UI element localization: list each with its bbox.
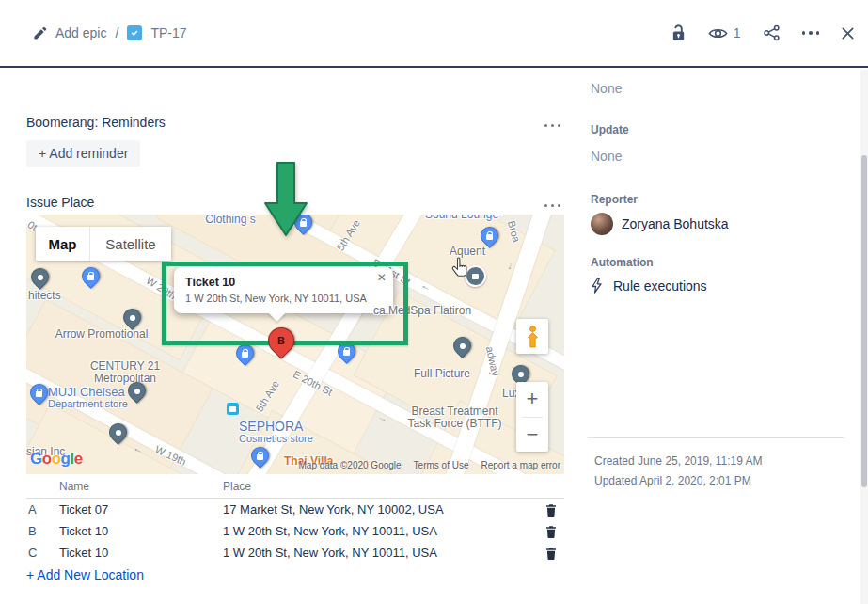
avatar xyxy=(591,213,613,235)
breadcrumb-separator: / xyxy=(115,25,118,40)
locations-table: Name Place A Ticket 07 17 Market St, New… xyxy=(26,475,564,583)
trash-icon xyxy=(544,525,558,538)
row-place: 1 W 20th St, New York, NY 10011, USA xyxy=(223,546,538,560)
pencil-icon xyxy=(33,26,47,40)
pegman-icon xyxy=(526,326,540,348)
pegman-control[interactable] xyxy=(516,319,548,354)
field-label-reporter: Reporter xyxy=(591,193,846,206)
reminders-title: Boomerang: Reminders xyxy=(26,115,166,130)
map-data-text: Map data ©2020 Google xyxy=(298,460,401,470)
row-letter: B xyxy=(26,524,59,538)
poi-label-arrow-promotional: Arrow Promotional xyxy=(45,328,158,341)
poi-label-architects: hitects xyxy=(28,290,61,302)
delete-location-button[interactable] xyxy=(538,547,564,560)
more-horizontal-icon xyxy=(802,31,820,35)
report-map-error-link[interactable]: Report a map error xyxy=(481,460,560,470)
annotation-arrow xyxy=(263,162,308,243)
unlock-icon xyxy=(671,24,687,43)
row-place: 17 Market St, New York, NY 10002, USA xyxy=(223,502,538,517)
row-place: 1 W 20th St, New York, NY 10011, USA xyxy=(223,524,538,538)
lightning-bolt-icon xyxy=(591,278,603,294)
field-label-update: Update xyxy=(591,123,846,136)
table-row: C Ticket 10 1 W 20th St, New York, NY 10… xyxy=(26,542,564,564)
scrollbar-track xyxy=(860,70,868,604)
poi-label-sound-lounge: Sound Lounge xyxy=(425,215,498,221)
topbar-actions: 1 xyxy=(671,24,855,43)
scrollbar-thumb[interactable] xyxy=(861,155,867,487)
close-button[interactable] xyxy=(841,26,855,40)
breadcrumb-add-epic[interactable]: Add epic xyxy=(55,25,106,40)
map-type-control: Map Satellite xyxy=(36,227,171,261)
watchers-button[interactable]: 1 xyxy=(708,25,741,40)
main-column: Boomerang: Reminders + Add reminder Issu… xyxy=(26,70,564,583)
lock-button[interactable] xyxy=(671,24,687,43)
more-horizontal-icon xyxy=(544,204,560,207)
topbar: Add epic / TP-17 1 xyxy=(0,0,868,68)
trash-icon xyxy=(544,547,558,560)
reminders-more-button[interactable] xyxy=(541,114,564,132)
row-name: Ticket 10 xyxy=(59,546,223,560)
reporter-field[interactable]: Zoryana Bohutska xyxy=(591,213,846,235)
zoom-in-button[interactable]: + xyxy=(516,382,548,417)
google-map[interactable]: 5th Ave 5th Ave E 21st St E 20th St W 20… xyxy=(26,215,564,474)
add-reminder-button[interactable]: + Add reminder xyxy=(26,140,140,167)
map-type-satellite-button[interactable]: Satellite xyxy=(90,227,171,261)
issue-place-title: Issue Place xyxy=(26,195,94,210)
reminders-section-header: Boomerang: Reminders xyxy=(26,115,564,130)
breadcrumb: Add epic / TP-17 xyxy=(33,25,187,40)
poi-label-century21: CENTURY 21 Metropolitan xyxy=(69,360,181,385)
updated-date: Updated April 2, 2020, 2:01 PM xyxy=(594,474,844,487)
zoom-out-button[interactable]: − xyxy=(516,418,548,453)
details-sidebar: None Update None Reporter Zoryana Bohuts… xyxy=(591,70,846,604)
row-letter: C xyxy=(26,546,59,560)
close-icon xyxy=(841,26,855,40)
google-logo[interactable]: Google xyxy=(30,450,83,469)
map-transit-icon[interactable] xyxy=(227,403,239,415)
row-name: Ticket 07 xyxy=(59,502,223,517)
task-type-icon xyxy=(127,25,142,40)
more-horizontal-icon xyxy=(544,124,560,127)
table-row: B Ticket 10 1 W 20th St, New York, NY 10… xyxy=(26,520,564,542)
header-name: Name xyxy=(59,480,223,493)
more-actions-button[interactable] xyxy=(802,31,820,35)
poi-label-full-picture: Full Picture xyxy=(404,368,480,380)
rule-executions-link[interactable]: Rule executions xyxy=(591,278,846,294)
trash-icon xyxy=(544,503,558,517)
created-date: Created June 25, 2019, 11:19 AM xyxy=(594,454,844,468)
field-value-update: None xyxy=(591,149,846,164)
issue-detail-screen: Add epic / TP-17 1 xyxy=(0,0,868,604)
watchers-count: 1 xyxy=(734,25,741,40)
share-button[interactable] xyxy=(763,24,781,41)
poi-label-muji: MUJI Chelsea Department store xyxy=(48,386,128,410)
row-name: Ticket 10 xyxy=(59,524,223,538)
reporter-name: Zoryana Bohutska xyxy=(622,216,729,231)
zoom-control: + − xyxy=(516,382,548,452)
map-type-map-button[interactable]: Map xyxy=(36,227,90,261)
header-place: Place xyxy=(223,480,538,493)
row-letter: A xyxy=(26,502,59,517)
poi-label-bttf: Breast Treatment Task Force (BTTF) xyxy=(401,405,509,430)
table-row: A Ticket 07 17 Market St, New York, NY 1… xyxy=(26,499,564,520)
map-attribution: Map data ©2020 Google Terms of Use Repor… xyxy=(298,460,560,470)
issue-place-more-button[interactable] xyxy=(541,194,564,212)
mouse-cursor xyxy=(450,256,470,286)
terms-of-use-link[interactable]: Terms of Use xyxy=(414,460,469,470)
divider xyxy=(588,437,844,438)
field-value-none: None xyxy=(591,81,846,96)
poi-label-club-monaco: Club Mona Clothing s xyxy=(203,215,258,226)
delete-location-button[interactable] xyxy=(538,503,564,517)
add-new-location-link[interactable]: + Add New Location xyxy=(26,567,144,582)
eye-icon xyxy=(708,26,728,40)
field-label-automation: Automation xyxy=(591,256,846,269)
marker-letter: B xyxy=(269,328,293,353)
dates-block: Created June 25, 2019, 11:19 AM Updated … xyxy=(588,437,844,487)
locations-table-header: Name Place xyxy=(26,475,564,499)
poi-label-sephora: SEPHORA Cosmetics store xyxy=(239,421,313,445)
delete-location-button[interactable] xyxy=(538,525,564,538)
share-icon xyxy=(763,24,781,41)
breadcrumb-issue-key[interactable]: TP-17 xyxy=(150,25,186,40)
